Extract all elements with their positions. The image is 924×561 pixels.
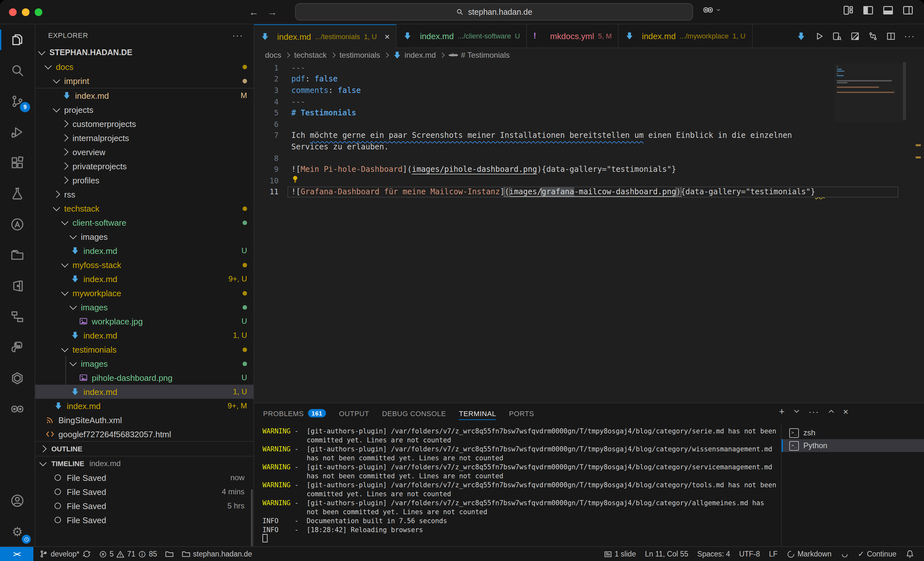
tree-item-images[interactable]: images: [35, 300, 254, 314]
panel-action-plus[interactable]: +: [779, 407, 785, 416]
encoding[interactable]: UTF-8: [736, 550, 763, 558]
editor-action-preview-side[interactable]: [832, 31, 842, 41]
folder-status[interactable]: [162, 549, 177, 558]
panel-tab-ports[interactable]: PORTS: [509, 403, 534, 423]
close-window-button[interactable]: [9, 8, 16, 16]
timeline-item[interactable]: File Saved4 mins: [35, 485, 254, 499]
activity-item-org-chart[interactable]: [0, 301, 34, 332]
panel-tab-debug-console[interactable]: DEBUG CONSOLE: [382, 403, 446, 423]
slide-count[interactable]: 1 slide: [601, 550, 639, 558]
editor-action-preview-locked[interactable]: [850, 31, 860, 41]
activity-item-search[interactable]: [0, 55, 34, 86]
outline-section-header[interactable]: OUTLINE: [35, 441, 254, 456]
tree-item-workplace-jpg[interactable]: workplace.jpgU: [35, 314, 254, 328]
explorer-more-actions[interactable]: ···: [232, 30, 243, 40]
breadcrumb-item-techstack[interactable]: techstack: [294, 51, 327, 60]
remote-indicator[interactable]: ><: [0, 547, 33, 561]
breadcrumb-item-docs[interactable]: docs: [265, 51, 281, 60]
tree-item-bingsiteauth-xml[interactable]: BingSiteAuth.xml: [35, 413, 254, 427]
activity-item-python[interactable]: [0, 332, 34, 363]
tree-item-myworkplace[interactable]: myworkplace: [35, 286, 254, 300]
cursor-position[interactable]: Ln 11, Col 55: [642, 550, 692, 558]
indentation[interactable]: Spaces: 4: [694, 550, 733, 558]
tree-item-client-software[interactable]: client-software: [35, 215, 254, 229]
go-forward-button[interactable]: →: [268, 6, 277, 17]
panel-action-chevron-up[interactable]: [827, 407, 836, 416]
tree-item-myfoss-stack[interactable]: myfoss-stack: [35, 258, 254, 272]
editor-action-split-editor[interactable]: [886, 31, 896, 41]
branch-status[interactable]: develop*: [36, 549, 94, 558]
language-status[interactable]: [837, 550, 852, 558]
activity-item-settings-gear[interactable]: ⚙: [0, 516, 34, 547]
go-back-button[interactable]: ←: [249, 6, 259, 17]
breadcrumb-item-testimonials[interactable]: testimonials: [339, 51, 380, 60]
zoom-window-button[interactable]: [34, 8, 42, 16]
panel-action-chevron-down[interactable]: [792, 407, 801, 416]
terminal-instance-python[interactable]: >_Python: [782, 439, 924, 452]
tree-item-index-md[interactable]: index.md9+, U: [35, 272, 254, 286]
layout-customize-button[interactable]: [843, 4, 854, 16]
eol[interactable]: LF: [766, 550, 781, 558]
activity-item-run-debug[interactable]: [0, 117, 34, 147]
timeline-item[interactable]: File Savednow: [35, 471, 254, 485]
timeline-item[interactable]: File Saved5 hrs: [35, 499, 254, 513]
copilot-menu-button[interactable]: [703, 4, 721, 15]
problems-status[interactable]: 57185: [96, 550, 160, 558]
tab-mkdocs-yml[interactable]: !mkdocs.yml5, M: [527, 24, 619, 48]
panel-action-close[interactable]: ×: [843, 407, 848, 416]
tree-item-index-md[interactable]: index.md9+, M: [35, 399, 254, 413]
tab-index-md-myworkplace[interactable]: index.md.../myworkplace1, U: [619, 24, 753, 48]
activity-item-account[interactable]: [0, 485, 34, 516]
tree-item-index-md[interactable]: index.mdM: [35, 88, 254, 103]
layout-panel-button[interactable]: [882, 4, 894, 16]
tree-item-index-md[interactable]: index.md1, U: [35, 328, 254, 343]
tree-root-folder[interactable]: STEPHAN.HADAN.DE: [35, 45, 254, 60]
tree-item-index-md[interactable]: index.md1, U: [35, 385, 254, 399]
editor-scrollbar[interactable]: [903, 62, 906, 120]
tree-item-profiles[interactable]: profiles: [35, 173, 254, 187]
activity-item-extensions[interactable]: [0, 147, 34, 178]
continue-button[interactable]: ✓Continue: [855, 550, 900, 558]
timeline-item[interactable]: File Saved: [35, 513, 254, 527]
lightbulb-icon[interactable]: [291, 175, 299, 184]
editor-action-more[interactable]: ···: [904, 31, 915, 40]
editor-action-run[interactable]: [814, 31, 824, 41]
layout-sidebar-left-button[interactable]: [862, 4, 874, 16]
activity-item-source-control[interactable]: 9: [0, 86, 34, 117]
code-editor[interactable]: 1---2pdf: false3comments: false4---5# Te…: [254, 62, 924, 402]
tab-index-md-testimonials[interactable]: index.md.../testimonials1, U×: [254, 24, 397, 48]
tree-item-docs[interactable]: docs: [35, 60, 254, 74]
activity-item-folder-library[interactable]: [0, 240, 34, 271]
editor-action-md-download[interactable]: [796, 31, 806, 41]
activity-item-exit-door[interactable]: [0, 271, 34, 301]
activity-item-files[interactable]: [0, 24, 34, 55]
timeline-section-header[interactable]: TIMELINE index.md: [35, 456, 254, 471]
language-mode[interactable]: Markdown: [783, 550, 835, 558]
tree-item-imprint[interactable]: imprint: [35, 74, 254, 88]
tree-item-techstack[interactable]: techstack: [35, 201, 254, 215]
tree-item-googlef727264f56832057-html[interactable]: googlef727264f56832057.html: [35, 427, 254, 441]
tree-item-projects[interactable]: projects: [35, 103, 254, 117]
terminal-instance-zsh[interactable]: >_zsh: [782, 426, 924, 439]
workspace-status[interactable]: stephan.hadan.de: [178, 549, 255, 558]
tree-item-images[interactable]: images: [35, 229, 254, 244]
breadcrumb-item-testimonials[interactable]: abc# Testimonials: [448, 51, 510, 60]
editor-action-compare-changes[interactable]: [868, 31, 878, 41]
tree-item-overview[interactable]: overview: [35, 145, 254, 159]
activity-item-a-circle[interactable]: [0, 209, 34, 240]
tree-item-privateprojects[interactable]: privateprojects: [35, 159, 254, 173]
panel-action-more[interactable]: ···: [808, 407, 819, 416]
command-center[interactable]: stephan.hadan.de: [295, 3, 693, 21]
breadcrumb-item-index-md[interactable]: index.md: [393, 51, 436, 60]
minimize-window-button[interactable]: [22, 8, 30, 16]
close-icon[interactable]: ×: [385, 31, 390, 42]
panel-tab-problems[interactable]: PROBLEMS161: [263, 403, 326, 423]
tree-item-rss[interactable]: rss: [35, 187, 254, 201]
activity-item-hexagon[interactable]: [0, 363, 34, 393]
tree-item-internalprojects[interactable]: internalprojects: [35, 131, 254, 145]
sidebar-scrollbar[interactable]: [251, 489, 253, 547]
tree-item-customerprojects[interactable]: customerprojects: [35, 117, 254, 131]
tree-item-testimonials[interactable]: testimonials: [35, 343, 254, 356]
activity-item-copilot-people[interactable]: [0, 393, 34, 425]
panel-tab-terminal[interactable]: TERMINAL: [459, 403, 496, 423]
